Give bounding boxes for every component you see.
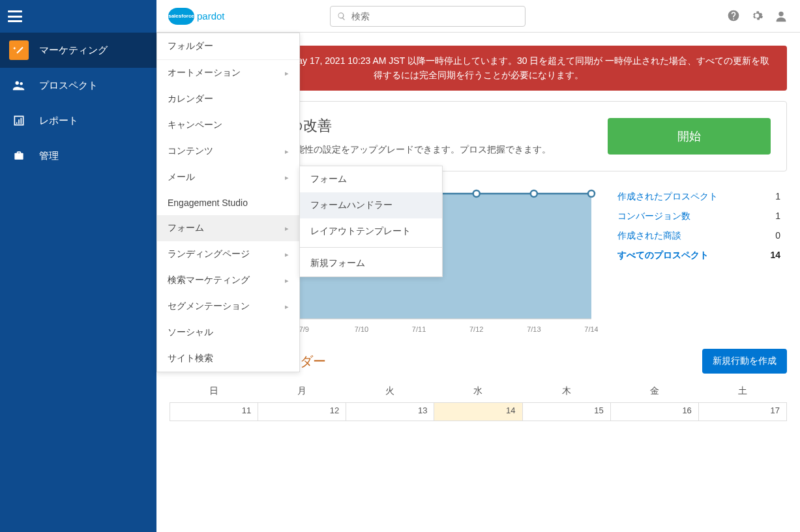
chart-icon xyxy=(9,111,29,130)
salesforce-cloud-icon: salesforce xyxy=(168,8,194,25)
search-input[interactable] xyxy=(330,6,526,27)
fly-forms[interactable]: フォーム▸ xyxy=(157,215,299,241)
sidebar-item-label: レポート xyxy=(39,115,78,127)
forms-subflyout: フォーム フォームハンドラー レイアウトテンプレート 新規フォーム xyxy=(299,166,443,277)
cal-day-header: 木 xyxy=(522,380,610,403)
fly-mail[interactable]: メール▸ xyxy=(157,164,299,190)
sidebar-item-label: マーケティング xyxy=(39,44,108,57)
fly-landing-page[interactable]: ランディングページ▸ xyxy=(157,241,299,267)
chevron-right-icon: ▸ xyxy=(285,69,289,78)
cal-day-header: 月 xyxy=(258,380,346,403)
subfly-new-form[interactable]: 新規フォーム xyxy=(300,250,442,276)
fly-content[interactable]: コンテンツ▸ xyxy=(157,138,299,164)
fly-automation[interactable]: オートメーション▸ xyxy=(157,60,299,86)
sidebar-item-prospects[interactable]: プロスペクト xyxy=(0,68,156,103)
sidebar-item-reports[interactable]: レポート xyxy=(0,103,156,138)
stat-link[interactable]: 作成された商談 xyxy=(617,230,681,242)
chevron-right-icon: ▸ xyxy=(285,250,289,259)
fly-social[interactable]: ソーシャル xyxy=(157,319,299,346)
cal-day-header: 金 xyxy=(610,380,698,403)
cal-date-cell[interactable]: 16 xyxy=(610,403,698,421)
cal-date-cell[interactable]: 12 xyxy=(258,403,346,421)
product-name: pardot xyxy=(197,10,225,22)
svg-text:7/12: 7/12 xyxy=(469,325,483,333)
help-icon[interactable] xyxy=(727,9,740,22)
fly-segmentation[interactable]: セグメンテーション▸ xyxy=(157,293,299,319)
stat-row-total: すべてのプロスペクト14 xyxy=(611,246,787,265)
stat-row: 作成されたプロスペクト1 xyxy=(611,187,787,207)
cal-date-cell[interactable]: 13 xyxy=(346,403,434,421)
stat-link[interactable]: コンバージョン数 xyxy=(617,211,690,222)
cal-day-header: 水 xyxy=(434,380,522,403)
stat-row: 作成された商談0 xyxy=(611,226,787,246)
marketing-flyout: フォルダー オートメーション▸ カレンダー キャンペーン コンテンツ▸ メール▸… xyxy=(156,33,300,372)
cal-day-header: 火 xyxy=(346,380,434,403)
fly-site-search[interactable]: サイト検索 xyxy=(157,346,299,372)
gear-icon[interactable] xyxy=(750,9,763,22)
sidebar-item-marketing[interactable]: マーケティング xyxy=(0,33,156,68)
cal-date-cell[interactable]: 15 xyxy=(522,403,610,421)
chevron-right-icon: ▸ xyxy=(285,147,289,156)
sidebar-item-label: 管理 xyxy=(39,150,59,162)
svg-point-0 xyxy=(16,81,20,85)
svg-text:7/13: 7/13 xyxy=(527,325,541,333)
sidebar-item-label: プロスペクト xyxy=(39,80,98,92)
fly-campaign[interactable]: キャンペーン xyxy=(157,112,299,138)
logo[interactable]: salesforce pardot xyxy=(168,8,225,25)
fly-folders[interactable]: フォルダー xyxy=(157,33,299,59)
topbar: salesforce pardot xyxy=(156,0,800,33)
user-icon[interactable] xyxy=(774,9,788,23)
start-button[interactable]: 開始 xyxy=(608,118,771,155)
chevron-right-icon: ▸ xyxy=(285,276,289,285)
svg-text:7/14: 7/14 xyxy=(584,325,598,333)
fly-search-marketing[interactable]: 検索マーケティング▸ xyxy=(157,267,299,293)
subfly-layout-template[interactable]: レイアウトテンプレート xyxy=(300,218,442,244)
svg-text:7/9: 7/9 xyxy=(299,325,309,333)
fly-calendar[interactable]: カレンダー xyxy=(157,86,299,112)
stat-row: コンバージョン数1 xyxy=(611,207,787,226)
fly-engagement-studio[interactable]: Engagement Studio xyxy=(157,190,299,215)
subfly-forms[interactable]: フォーム xyxy=(300,166,442,192)
new-event-button[interactable]: 新規行動を作成 xyxy=(702,349,787,374)
wand-icon xyxy=(9,40,29,60)
chevron-right-icon: ▸ xyxy=(285,173,289,182)
chevron-right-icon: ▸ xyxy=(285,224,289,233)
hamburger-icon[interactable] xyxy=(8,10,22,22)
cal-day-header: 日 xyxy=(170,380,258,403)
svg-text:7/10: 7/10 xyxy=(355,325,368,333)
svg-point-15 xyxy=(531,190,537,197)
chevron-right-icon: ▸ xyxy=(285,303,289,311)
briefcase-icon xyxy=(9,146,29,166)
main: salesforce pardot フォルダー オートメーション▸ カレンダー … xyxy=(156,0,800,532)
subfly-form-handler[interactable]: フォームハンドラー xyxy=(300,192,442,218)
svg-point-14 xyxy=(473,190,480,197)
cal-date-cell[interactable]: 11 xyxy=(170,403,258,421)
cal-date-cell[interactable]: 17 xyxy=(698,403,786,421)
cal-date-cell[interactable]: 14 xyxy=(434,403,522,421)
svg-text:7/11: 7/11 xyxy=(412,325,426,333)
svg-point-16 xyxy=(588,190,595,197)
cal-day-header: 土 xyxy=(698,380,786,403)
svg-point-2 xyxy=(778,11,783,16)
stats-panel: 作成されたプロスペクト1 コンバージョン数1 作成された商談0 すべてのプロスペ… xyxy=(611,187,787,265)
search-icon xyxy=(337,12,346,21)
calendar-table: 日月火水木金土 11121314151617 xyxy=(170,380,787,421)
people-icon xyxy=(9,76,29,95)
stat-link[interactable]: すべてのプロスペクト xyxy=(617,250,709,261)
sidebar-item-admin[interactable]: 管理 xyxy=(0,138,156,173)
svg-point-1 xyxy=(20,82,23,85)
sidebar: マーケティング プロスペクト レポート 管理 xyxy=(0,0,156,532)
stat-link[interactable]: 作成されたプロスペクト xyxy=(617,191,718,203)
